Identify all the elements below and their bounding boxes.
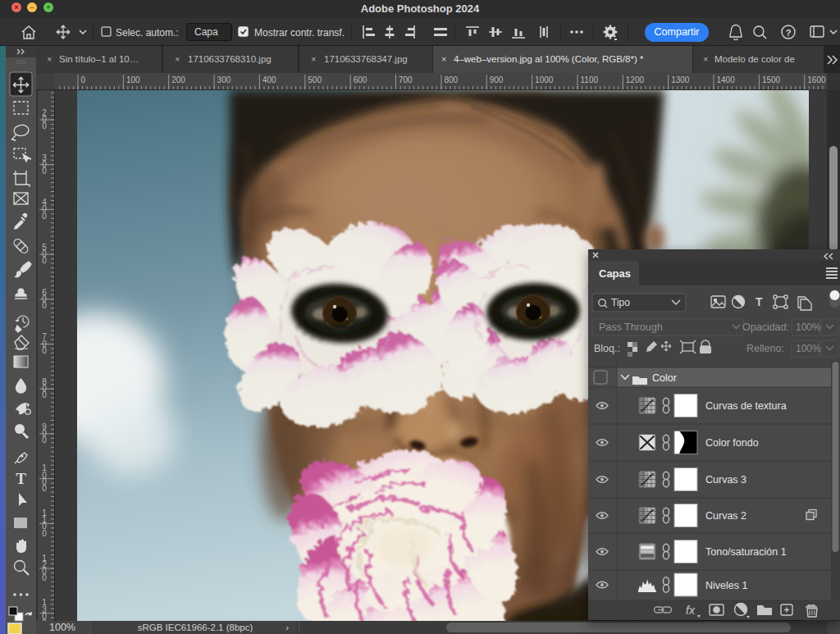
svg-text:0: 0 (42, 390, 47, 399)
svg-text:fx: fx (686, 604, 696, 617)
svg-text:400: 400 (262, 75, 276, 84)
svg-text:600: 600 (354, 75, 368, 84)
svg-text:Curvas 3: Curvas 3 (705, 474, 746, 486)
svg-text:Curvas 2: Curvas 2 (705, 510, 746, 522)
svg-text:0: 0 (42, 436, 47, 445)
svg-text:700: 700 (399, 75, 413, 84)
svg-text:0: 0 (42, 256, 47, 265)
svg-text:Capas: Capas (599, 267, 631, 280)
svg-text:0: 0 (42, 573, 47, 582)
svg-text:500: 500 (308, 75, 322, 84)
svg-text:1500: 1500 (762, 75, 781, 84)
svg-text:1100: 1100 (581, 75, 599, 84)
svg-text:100%: 100% (796, 322, 821, 333)
svg-text:0: 0 (42, 484, 47, 493)
svg-text:0: 0 (42, 121, 47, 130)
svg-text:300: 300 (217, 75, 231, 84)
svg-text:1000: 1000 (535, 75, 554, 84)
svg-text:1200: 1200 (626, 75, 645, 84)
svg-text:200: 200 (171, 75, 185, 84)
svg-text:Bloq.:: Bloq.: (594, 343, 620, 354)
svg-text:900: 900 (490, 75, 504, 84)
svg-text:0: 0 (42, 301, 47, 310)
svg-text:0: 0 (42, 212, 47, 221)
svg-text:0: 0 (42, 529, 47, 538)
svg-text:Opacidad:: Opacidad: (742, 322, 789, 333)
svg-text:Curvas de textura: Curvas de textura (705, 400, 787, 412)
svg-text:1400: 1400 (717, 75, 736, 84)
svg-text:Color fondo: Color fondo (705, 437, 759, 449)
svg-text:Niveles 1: Niveles 1 (705, 580, 747, 591)
svg-text:T: T (756, 295, 763, 308)
svg-text:Tono/saturación 1: Tono/saturación 1 (705, 546, 787, 558)
svg-text:Color: Color (652, 372, 677, 384)
svg-text:?: ? (786, 28, 792, 38)
svg-text:800: 800 (444, 75, 458, 84)
svg-text:T: T (16, 470, 26, 487)
svg-text:100: 100 (126, 75, 140, 84)
svg-text:1300: 1300 (671, 75, 690, 84)
svg-text:0: 0 (81, 75, 86, 84)
svg-text:100%: 100% (796, 343, 821, 354)
svg-text:0: 0 (42, 166, 47, 176)
svg-text:1600: 1600 (807, 75, 826, 84)
svg-text:0: 0 (42, 346, 47, 355)
svg-text:Relleno:: Relleno: (746, 343, 784, 354)
svg-text:Pass Through: Pass Through (599, 322, 663, 333)
svg-text:Tipo: Tipo (611, 297, 630, 308)
